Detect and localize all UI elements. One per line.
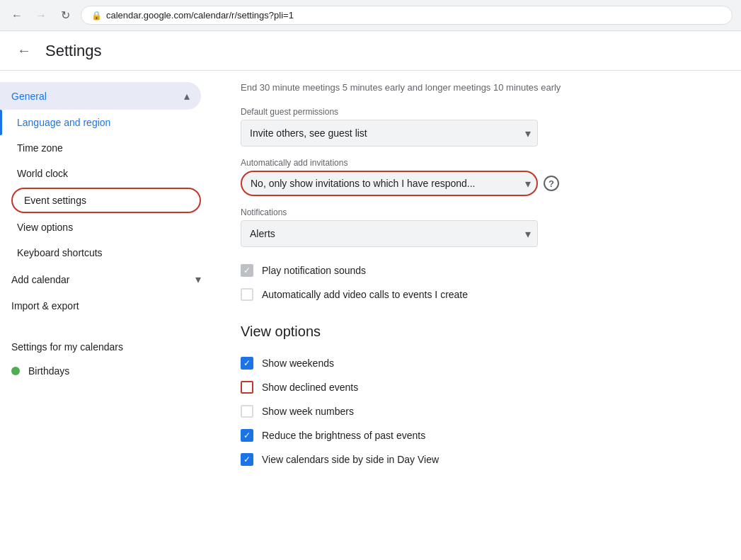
chevron-down-icon: ▾ — [195, 273, 201, 286]
sidebar-item-viewoptions[interactable]: View options — [0, 215, 212, 240]
play-sounds-checkbox[interactable] — [241, 264, 253, 277]
reduce-brightness-checkbox[interactable] — [241, 429, 253, 442]
birthdays-dot — [11, 367, 20, 375]
auto-invitations-row: No, only show invitations to which I hav… — [241, 171, 713, 196]
chevron-up-icon: ▴ — [184, 89, 190, 103]
show-week-numbers-label: Show week numbers — [262, 406, 354, 417]
show-week-numbers-item: Show week numbers — [241, 399, 713, 423]
view-options-heading: View options — [241, 324, 713, 340]
url-text: calendar.google.com/calendar/r/settings?… — [106, 10, 294, 21]
notifications-select-wrapper: Alerts ▾ — [241, 220, 538, 247]
play-sounds-item: Play notification sounds — [241, 258, 713, 282]
guest-permissions-label: Default guest permissions — [241, 107, 713, 117]
sidebar-section-general[interactable]: General ▴ — [0, 82, 201, 110]
sidebar-item-keyboard[interactable]: Keyboard shortcuts — [0, 240, 212, 265]
sidebar-item-importexport[interactable]: Import & export — [0, 293, 212, 319]
video-calls-checkbox[interactable] — [241, 288, 253, 301]
side-by-side-item: View calendars side by side in Day View — [241, 447, 713, 472]
settings-back-button[interactable]: ← — [11, 38, 37, 64]
sidebar-item-birthdays[interactable]: Birthdays — [0, 358, 212, 384]
side-by-side-checkbox[interactable] — [241, 453, 253, 466]
help-icon[interactable]: ? — [544, 176, 559, 191]
forward-button[interactable]: → — [33, 7, 50, 24]
side-by-side-label: View calendars side by side in Day View — [262, 454, 439, 465]
notifications-select[interactable]: Alerts — [241, 220, 538, 247]
sidebar-item-language[interactable]: Language and region — [0, 110, 212, 135]
auto-invitations-select[interactable]: No, only show invitations to which I hav… — [241, 171, 538, 196]
page-title: Settings — [45, 42, 102, 60]
notifications-group: Notifications Alerts ▾ — [241, 207, 713, 247]
show-declined-label: Show declined events — [262, 382, 358, 393]
sidebar: General ▴ Language and region Time zone … — [0, 71, 212, 560]
app-header: ← Settings — [0, 31, 741, 71]
show-weekends-item: Show weekends — [241, 351, 713, 375]
show-declined-checkbox[interactable] — [241, 381, 253, 394]
sidebar-section-general-label: General — [11, 91, 47, 102]
auto-invitations-group: Automatically add invitations No, only s… — [241, 158, 713, 196]
content-area: End 30 minute meetings 5 minutes early a… — [212, 71, 741, 560]
main-layout: General ▴ Language and region Time zone … — [0, 71, 741, 560]
content-note: End 30 minute meetings 5 minutes early a… — [241, 82, 713, 93]
guest-permissions-group: Default guest permissions Invite others,… — [241, 107, 713, 147]
sidebar-item-eventsettings[interactable]: Event settings — [11, 188, 201, 213]
video-calls-item: Automatically add video calls to events … — [241, 282, 713, 307]
show-weekends-label: Show weekends — [262, 358, 334, 369]
reduce-brightness-item: Reduce the brightness of past events — [241, 423, 713, 447]
address-bar[interactable]: 🔒 calendar.google.com/calendar/r/setting… — [81, 6, 733, 25]
show-week-numbers-checkbox[interactable] — [241, 405, 253, 418]
sidebar-item-addcalendar[interactable]: Add calendar ▾ — [0, 265, 212, 293]
video-calls-label: Automatically add video calls to events … — [262, 289, 468, 300]
play-sounds-label: Play notification sounds — [262, 265, 366, 276]
guest-permissions-select[interactable]: Invite others, see guest list — [241, 120, 538, 147]
refresh-button[interactable]: ↻ — [57, 7, 74, 24]
auto-invitations-label: Automatically add invitations — [241, 158, 713, 168]
notifications-label: Notifications — [241, 207, 713, 217]
browser-bar: ← → ↻ 🔒 calendar.google.com/calendar/r/s… — [0, 0, 741, 31]
sidebar-group-mycalendars: Settings for my calendars — [0, 330, 212, 358]
reduce-brightness-label: Reduce the brightness of past events — [262, 430, 425, 441]
sidebar-item-timezone[interactable]: Time zone — [0, 135, 212, 161]
sidebar-item-worldclock[interactable]: World clock — [0, 161, 212, 186]
auto-invitations-select-wrapper: No, only show invitations to which I hav… — [241, 171, 538, 196]
show-weekends-checkbox[interactable] — [241, 357, 253, 370]
lock-icon: 🔒 — [91, 11, 102, 21]
guest-permissions-select-wrapper: Invite others, see guest list ▾ — [241, 120, 538, 147]
back-button[interactable]: ← — [8, 7, 25, 24]
show-declined-item: Show declined events — [241, 375, 713, 399]
